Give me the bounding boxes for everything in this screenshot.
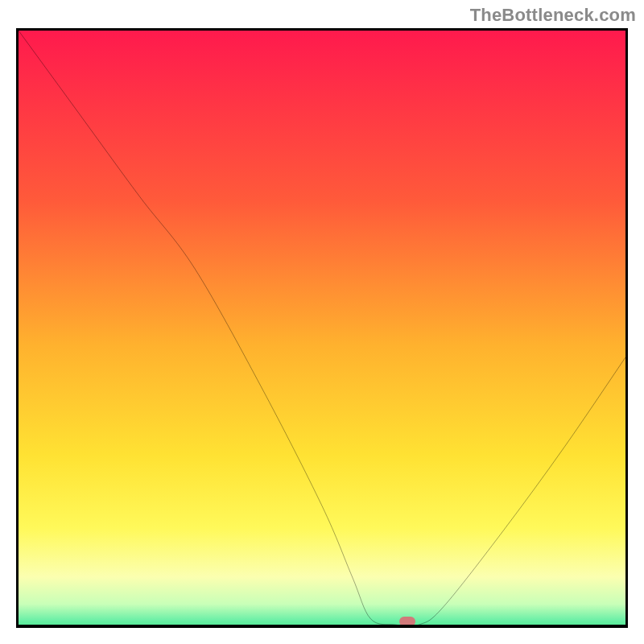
plot-area bbox=[16, 28, 628, 628]
attribution-label: TheBottleneck.com bbox=[470, 5, 636, 26]
chart-container: TheBottleneck.com bbox=[0, 0, 644, 644]
bottleneck-curve bbox=[19, 31, 625, 625]
optimal-marker bbox=[399, 617, 415, 626]
